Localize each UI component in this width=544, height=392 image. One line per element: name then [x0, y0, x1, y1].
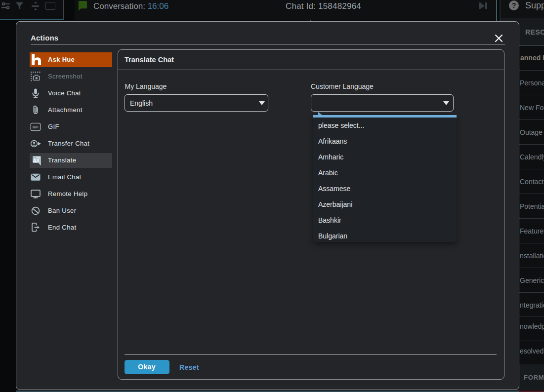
svg-text:GIF: GIF	[33, 125, 39, 129]
svg-text:X: X	[36, 157, 40, 163]
